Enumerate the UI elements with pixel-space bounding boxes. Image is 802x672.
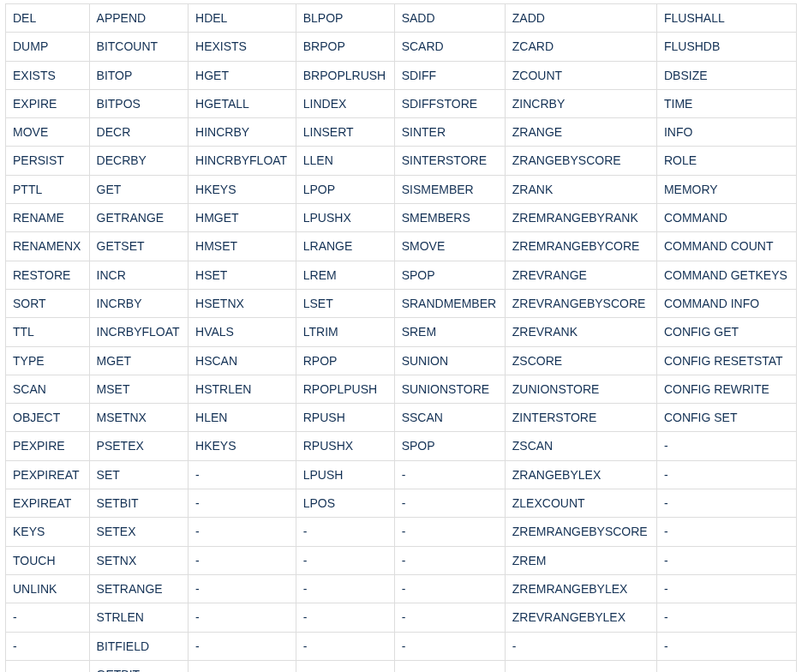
- table-cell: BLPOP: [296, 4, 394, 33]
- table-cell: SRANDMEMBER: [394, 289, 505, 317]
- table-cell: SETRANGE: [89, 574, 188, 603]
- table-cell: LLEN: [296, 147, 394, 175]
- table-cell: -: [656, 546, 796, 574]
- table-cell: -: [394, 460, 505, 489]
- table-cell: SUNION: [394, 346, 505, 375]
- table-cell: SCARD: [394, 33, 505, 61]
- table-cell: INCRBY: [89, 289, 188, 317]
- table-cell: SETEX: [89, 518, 188, 546]
- table-cell: HKEYS: [189, 432, 296, 460]
- table-cell: ZLEXCOUNT: [505, 489, 656, 518]
- table-row: EXPIREATSETBIT-LPOS-ZLEXCOUNT-: [6, 489, 797, 518]
- table-cell: ZREVRANGEBYSCORE: [505, 289, 656, 317]
- table-cell: -: [656, 632, 796, 660]
- table-cell: SETBIT: [89, 489, 188, 518]
- table-row: TOUCHSETNX---ZREM-: [6, 546, 797, 574]
- table-cell: SMOVE: [394, 232, 505, 261]
- table-cell: ROLE: [656, 147, 796, 175]
- table-cell: LSET: [296, 289, 394, 317]
- table-row: UNLINKSETRANGE---ZREMRANGEBYLEX-: [6, 574, 797, 603]
- table-cell: MSETNX: [89, 404, 188, 432]
- table-cell: EXPIREAT: [6, 489, 90, 518]
- table-row: PEXPIREPSETEXHKEYSRPUSHXSPOPZSCAN-: [6, 432, 797, 460]
- table-cell: BRPOPLRUSH: [296, 61, 394, 89]
- table-row: -STRLEN---ZREVRANGEBYLEX-: [6, 603, 797, 632]
- table-cell: HDEL: [189, 4, 296, 33]
- table-cell: ZRANK: [505, 175, 656, 203]
- table-cell: HMGET: [189, 204, 296, 232]
- table-cell: RPOP: [296, 346, 394, 375]
- table-cell: FLUSHALL: [656, 4, 796, 33]
- table-cell: -: [656, 460, 796, 489]
- table-cell: INCR: [89, 261, 188, 289]
- table-cell: GET: [89, 175, 188, 203]
- table-cell: HSETNX: [189, 289, 296, 317]
- table-cell: GETBIT: [89, 660, 188, 672]
- table-cell: HINCRBY: [189, 118, 296, 147]
- table-cell: -: [656, 660, 796, 672]
- table-cell: EXPIRE: [6, 89, 90, 117]
- table-cell: ZADD: [505, 4, 656, 33]
- table-cell: -: [6, 632, 90, 660]
- table-cell: COMMAND: [656, 204, 796, 232]
- table-cell: SET: [89, 460, 188, 489]
- table-cell: HMSET: [189, 232, 296, 261]
- table-cell: COMMAND GETKEYS: [656, 261, 796, 289]
- table-cell: HGETALL: [189, 89, 296, 117]
- table-cell: HLEN: [189, 404, 296, 432]
- table-cell: LRANGE: [296, 232, 394, 261]
- table-cell: DBSIZE: [656, 61, 796, 89]
- table-cell: RPOPLPUSH: [296, 375, 394, 403]
- table-cell: -: [394, 518, 505, 546]
- table-row: EXISTSBITOPHGETBRPOPLRUSHSDIFFZCOUNTDBSI…: [6, 61, 797, 89]
- table-cell: RPUSHX: [296, 432, 394, 460]
- table-cell: -: [296, 603, 394, 632]
- table-row: PTTLGETHKEYSLPOPSISMEMBERZRANKMEMORY: [6, 175, 797, 203]
- table-cell: -: [656, 518, 796, 546]
- table-cell: MGET: [89, 346, 188, 375]
- table-cell: -: [296, 546, 394, 574]
- table-cell: ZREVRANK: [505, 318, 656, 346]
- table-cell: ZREM: [505, 546, 656, 574]
- table-cell: TTL: [6, 318, 90, 346]
- table-cell: HINCRBYFLOAT: [189, 147, 296, 175]
- table-row: KEYSSETEX---ZREMRANGEBYSCORE-: [6, 518, 797, 546]
- table-cell: GETRANGE: [89, 204, 188, 232]
- table-cell: DUMP: [6, 33, 90, 61]
- table-cell: CONFIG GET: [656, 318, 796, 346]
- table-cell: BRPOP: [296, 33, 394, 61]
- table-cell: RESTORE: [6, 261, 90, 289]
- table-cell: -: [656, 489, 796, 518]
- table-cell: HSTRLEN: [189, 375, 296, 403]
- table-cell: SDIFF: [394, 61, 505, 89]
- table-cell: -: [189, 660, 296, 672]
- table-cell: HEXISTS: [189, 33, 296, 61]
- table-cell: ZREMRANGEBYLEX: [505, 574, 656, 603]
- table-cell: BITOP: [89, 61, 188, 89]
- table-cell: KEYS: [6, 518, 90, 546]
- table-cell: -: [394, 546, 505, 574]
- table-cell: -: [189, 546, 296, 574]
- table-cell: LINSERT: [296, 118, 394, 147]
- table-cell: LPUSH: [296, 460, 394, 489]
- table-cell: ZCOUNT: [505, 61, 656, 89]
- table-cell: PEXPIREAT: [6, 460, 90, 489]
- table-cell: SETNX: [89, 546, 188, 574]
- table-cell: INCRBYFLOAT: [89, 318, 188, 346]
- table-cell: -: [189, 632, 296, 660]
- table-cell: INFO: [656, 118, 796, 147]
- table-row: PEXPIREATSET-LPUSH-ZRANGEBYLEX-: [6, 460, 797, 489]
- table-row: RENAMENXGETSETHMSETLRANGESMOVEZREMRANGEB…: [6, 232, 797, 261]
- table-cell: EXISTS: [6, 61, 90, 89]
- table-row: SCANMSETHSTRLENRPOPLPUSHSUNIONSTOREZUNIO…: [6, 375, 797, 403]
- table-cell: HSET: [189, 261, 296, 289]
- table-cell: -: [656, 574, 796, 603]
- table-cell: MSET: [89, 375, 188, 403]
- table-cell: CONFIG SET: [656, 404, 796, 432]
- table-cell: STRLEN: [89, 603, 188, 632]
- table-cell: TOUCH: [6, 546, 90, 574]
- table-cell: SUNIONSTORE: [394, 375, 505, 403]
- table-cell: PERSIST: [6, 147, 90, 175]
- table-cell: PSETEX: [89, 432, 188, 460]
- table-cell: -: [505, 660, 656, 672]
